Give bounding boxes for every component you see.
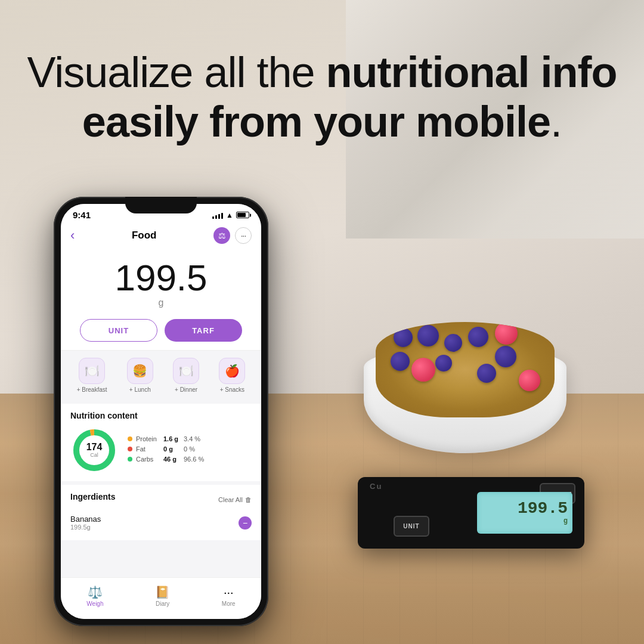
ingredient-name: Bananas [70,515,101,524]
breakfast-item[interactable]: 🍽️ + Breakfast [77,358,107,393]
wifi-icon: ▲ [226,211,233,219]
protein-grams: 1.6 g [163,435,180,442]
lunch-icon: 🍔 [127,358,153,384]
weight-display: 199.5 g [61,250,261,314]
fat-grams: 0 g [163,445,180,453]
nutrition-content: 174 Cal Protein 1.6 g 3.4 % [70,426,252,474]
phone-notch [125,197,197,213]
bottom-nav: ⚖️ Weigh 📔 Diary ··· More [61,577,261,619]
app-title: Food [132,230,157,242]
status-time: 9:41 [73,210,91,220]
unit-tare-row: UNIT TARF [61,314,261,350]
phone-outer: 9:41 ▲ ‹ Food [54,197,268,626]
back-button[interactable]: ‹ [70,228,75,243]
scale-app-icon[interactable]: ⚖ [213,227,230,244]
carbs-row: Carbs 46 g 96.6 % [128,456,252,463]
carbs-dot [128,457,132,462]
fat-name: Fat [136,445,160,453]
blueberry-1 [394,328,413,347]
nav-weigh[interactable]: ⚖️ Weigh [86,585,103,607]
fat-row: Fat 0 g 0 % [128,445,252,453]
carbs-pct: 96.6 % [184,456,204,463]
protein-name: Protein [136,435,160,442]
phone: 9:41 ▲ ‹ Food [54,197,268,626]
more-nav-label: More [222,600,236,607]
fat-dot [128,447,132,451]
headline: Visualize all the nutritional info easil… [0,48,644,147]
weight-unit: g [61,298,261,308]
unit-button[interactable]: UNIT [80,319,157,342]
raspberry-2 [411,358,435,382]
diary-nav-icon: 📔 [155,585,170,599]
nutrition-section: Nutrition content 174 [61,400,261,481]
scale-display: 199.5 g [477,492,572,534]
status-icons: ▲ [212,211,249,219]
blueberry-5 [391,352,410,371]
dinner-icon: 🍽️ [173,358,199,384]
app-header: ‹ Food ⚖ ··· [61,222,261,250]
clear-all-button[interactable]: Clear All 🗑 [218,496,252,503]
blueberry-7 [495,346,516,367]
remove-ingredient-button[interactable]: − [239,516,252,530]
tare-button[interactable]: TARF [165,319,242,342]
bowl-visual [352,286,578,453]
weight-value: 199.5 [61,259,261,296]
nav-diary[interactable]: 📔 Diary [155,585,170,607]
carbs-name: Carbs [136,456,160,463]
carbs-grams: 46 g [163,456,180,463]
snacks-icon: 🍎 [219,358,245,384]
dinner-item[interactable]: 🍽️ + Dinner [173,358,199,393]
protein-pct: 3.4 % [184,435,200,442]
trash-icon: 🗑 [245,496,252,503]
nutrition-title: Nutrition content [70,411,252,420]
breakfast-label: + Breakfast [77,386,107,393]
nutrition-rows: Protein 1.6 g 3.4 % Fat 0 g 0 % Ca [128,435,252,466]
scale-display-weight: 199.5 [518,500,568,517]
ingredient-amount: 199.5g [70,524,101,531]
ingredients-title: Ingerdients [70,492,115,501]
bowl-with-food [316,286,614,489]
fat-pct: 0 % [184,445,195,453]
dinner-label: + Dinner [175,386,197,393]
ingredient-info: Bananas 199.5g [70,515,101,531]
blueberry-3 [444,334,462,352]
blueberry-2 [417,325,439,346]
headline-line1: Visualize all the nutritional info [0,48,644,97]
ingredient-row: Bananas 199.5g − [70,512,252,533]
signal-bar-2 [215,215,217,219]
weigh-nav-icon: ⚖️ [88,585,103,599]
diary-nav-label: Diary [156,600,169,607]
meal-categories: 🍽️ + Breakfast 🍔 + Lunch 🍽️ + Dinner 🍎 +… [61,350,261,400]
granola-area [376,322,555,417]
signal-bar-4 [221,213,223,219]
donut-center: 174 Cal [70,426,118,474]
more-nav-icon: ··· [224,586,234,599]
signal-bar-3 [218,214,220,219]
calories-value: 174 [86,442,103,452]
raspberry-3 [519,370,540,391]
calories-label: Cal [90,452,98,458]
protein-dot [128,436,132,441]
lunch-item[interactable]: 🍔 + Lunch [127,358,153,393]
scale-display-unit: g [564,517,568,525]
battery-icon [236,212,249,218]
weigh-nav-label: Weigh [86,600,103,607]
battery-fill [237,213,246,217]
blueberry-6 [435,355,452,371]
breakfast-icon: 🍽️ [79,358,105,384]
snacks-item[interactable]: 🍎 + Snacks [219,358,245,393]
snacks-label: + Snacks [220,386,244,393]
blueberry-8 [477,364,496,383]
protein-row: Protein 1.6 g 3.4 % [128,435,252,442]
lunch-label: + Lunch [129,386,151,393]
nav-more[interactable]: ··· More [222,586,236,607]
nutrition-donut-chart: 174 Cal [70,426,118,474]
ingredients-section: Ingerdients Clear All 🗑 Bananas 199.5g − [61,481,261,540]
more-options-icon[interactable]: ··· [235,227,252,244]
signal-bar-1 [212,216,214,219]
blueberry-4 [468,327,488,347]
signal-bars-icon [212,212,223,219]
headline-line2: easily from your mobile. [0,97,644,147]
scale-unit-button[interactable]: UNIT [394,516,429,537]
phone-screen: 9:41 ▲ ‹ Food [61,204,261,619]
